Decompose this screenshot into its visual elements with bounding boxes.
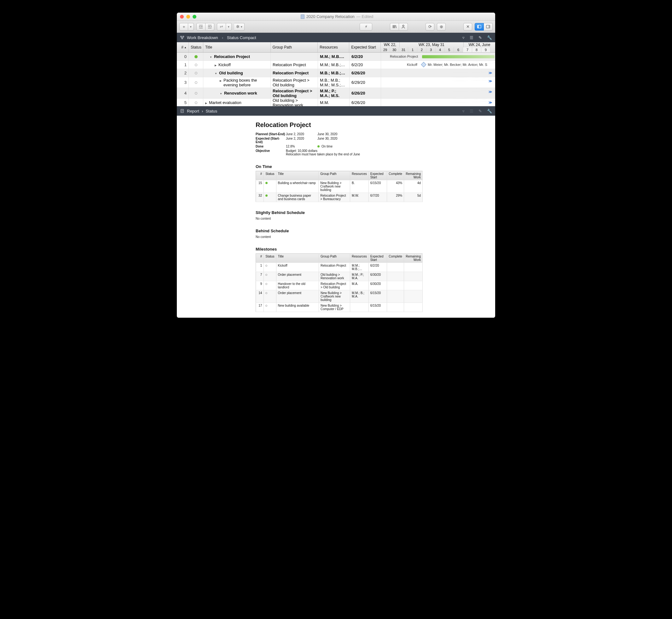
add-button[interactable]: ＋ [179, 23, 188, 30]
gantt-bar[interactable] [422, 55, 494, 58]
outline-header: #▲ Status Title Group Path Resources Exp… [177, 42, 495, 53]
filter-icon[interactable]: ▿ [462, 109, 465, 114]
document-icon [301, 14, 305, 19]
status-empty-icon [195, 92, 197, 94]
gear-icon: ✲ [236, 24, 240, 29]
jump-forward-icon[interactable]: ≫ [488, 90, 492, 94]
disclosure-right-icon[interactable] [215, 62, 216, 67]
col-resources[interactable]: Resources [318, 42, 349, 52]
day-29: 29 [381, 47, 390, 52]
day-9: 9 [481, 47, 490, 52]
section-behind: Behind Schedule [256, 228, 489, 233]
indent-button[interactable] [196, 23, 205, 30]
timeline-cell[interactable]: ≫ [381, 77, 495, 81]
window-title: 2020 Company Relocation — Edited [196, 14, 477, 19]
table-row[interactable]: 17New building availableNew Building > C… [256, 303, 423, 312]
timeline-cell[interactable]: ≫ [381, 88, 495, 92]
table-row[interactable]: 9Handover to the old landlordRelocation … [256, 281, 423, 290]
resources-button[interactable] [399, 23, 408, 30]
outline-row[interactable]: 1KickoffRelocation ProjectM.M.; M.B.;…6/… [177, 61, 495, 69]
col-title[interactable]: Title [203, 42, 271, 52]
timeline-cell[interactable]: Relocation Project [381, 53, 495, 56]
outline-row[interactable]: 5Market evaluationOld building > Renovat… [177, 99, 495, 106]
window-controls [180, 15, 196, 19]
row-title: Renovation work [224, 91, 257, 95]
row-title: Kickoff [218, 62, 231, 67]
col-num[interactable]: #▲ [177, 42, 189, 52]
chevron-right-icon: › [202, 109, 203, 114]
report-icon [180, 109, 184, 113]
wrench-icon[interactable]: 🔧 [487, 35, 492, 40]
outline-row[interactable]: 0Relocation ProjectM.M.; M.B.…6/2/20Relo… [177, 53, 495, 61]
outline-row[interactable]: 4Renovation workRelocation Project > Old… [177, 88, 495, 99]
crumb-wbs[interactable]: Work Breakdown [187, 35, 218, 40]
milestone-diamond-icon[interactable] [421, 62, 426, 67]
timeline-header: WK 22, WK 23, May 31 WK 24, June 2930311… [381, 42, 495, 52]
gear-menu-button[interactable]: ✲ ▾ [234, 23, 245, 30]
align-icon[interactable]: ☰ [470, 35, 473, 40]
link-button[interactable] [217, 23, 226, 30]
timeline-cell[interactable]: ≫ [381, 99, 495, 102]
outline-row[interactable]: 2Old buildingRelocation ProjectM.B.; M.B… [177, 69, 495, 77]
table-row[interactable]: 32Change business paper and business car… [256, 193, 423, 202]
row-title: Old building [219, 71, 243, 75]
jump-forward-icon[interactable]: ≫ [488, 71, 492, 75]
publish-button[interactable]: ⊕ [437, 23, 446, 30]
crumb-status[interactable]: Status [205, 109, 217, 114]
add-menu-button[interactable]: ▾ [188, 23, 194, 30]
timeline-cell[interactable]: KickoffMr. Meier; Mr. Becker; Mr. Anton;… [381, 61, 495, 65]
crumb-status-compact[interactable]: Status Compact [227, 35, 256, 40]
day-4: 4 [435, 47, 445, 52]
sync-button[interactable]: ⟳ [425, 23, 434, 30]
disclosure-down-icon[interactable] [215, 71, 217, 75]
disclosure-down-icon[interactable] [210, 54, 212, 59]
disclosure-down-icon[interactable] [220, 91, 222, 95]
crumb-report[interactable]: Report [187, 109, 199, 114]
status-empty-icon [195, 64, 197, 66]
brush-icon[interactable]: ✎ [478, 35, 482, 40]
svg-point-0 [403, 25, 404, 26]
outdent-button[interactable] [205, 23, 214, 30]
wrench-icon: ✕ [466, 24, 470, 29]
books-icon [392, 24, 397, 29]
day-1: 1 [408, 47, 417, 52]
table-row[interactable]: 15Building a wheelchair rampNew Building… [256, 180, 423, 193]
report-title: Relocation Project [256, 121, 489, 129]
link-menu-button[interactable]: ▾ [226, 23, 232, 30]
wrench-icon[interactable]: 🔧 [487, 109, 492, 114]
row-title: Market evaluation [209, 100, 242, 105]
chevron-right-icon: › [222, 35, 223, 40]
brush-icon[interactable]: ✎ [478, 109, 482, 114]
jump-forward-icon[interactable]: ≫ [488, 100, 492, 105]
table-row[interactable]: 1KickoffRelocation ProjectM.M.; M.B.;…6/… [256, 263, 423, 272]
col-expected-start[interactable]: Expected Start [349, 42, 381, 52]
zoom-window-button[interactable] [193, 15, 196, 19]
status-empty-icon [195, 81, 197, 84]
disclosure-right-icon[interactable] [220, 78, 221, 83]
jump-forward-icon[interactable]: ≫ [488, 79, 492, 83]
close-window-button[interactable] [180, 15, 184, 19]
status-empty-icon [195, 72, 197, 74]
library-button[interactable] [390, 23, 399, 30]
filter-icon[interactable]: ▿ [462, 35, 465, 40]
status-dot-icon [317, 145, 320, 147]
status-empty-icon [195, 101, 197, 104]
minimize-window-button[interactable] [186, 15, 190, 19]
refresh-icon: ⟳ [428, 24, 432, 29]
col-status[interactable]: Status [189, 42, 203, 52]
outline-row[interactable]: 3Packing boxes the evening beforeRelocat… [177, 77, 495, 88]
inspector-left-button[interactable] [475, 23, 484, 30]
table-row[interactable]: 7Order placementOld building > Renovatio… [256, 272, 423, 281]
day-2: 2 [417, 47, 426, 52]
timeline-cell[interactable]: ≫ [381, 69, 495, 73]
report-navbar: Report › Status ▿ ☰ ✎ 🔧 [177, 106, 495, 116]
table-row[interactable]: 14Order placementNew Building > Craftwor… [256, 290, 423, 303]
globe-icon: ⊕ [440, 24, 443, 29]
tools-button[interactable]: ✕ [463, 23, 472, 30]
bolt-button[interactable]: ⚡︎ [360, 23, 372, 30]
disclosure-right-icon[interactable] [205, 100, 207, 105]
inspector-right-button[interactable] [484, 23, 493, 30]
bolt-icon: ⚡︎ [365, 24, 367, 29]
align-icon[interactable]: ☰ [470, 109, 473, 114]
col-group-path[interactable]: Group Path [271, 42, 318, 52]
